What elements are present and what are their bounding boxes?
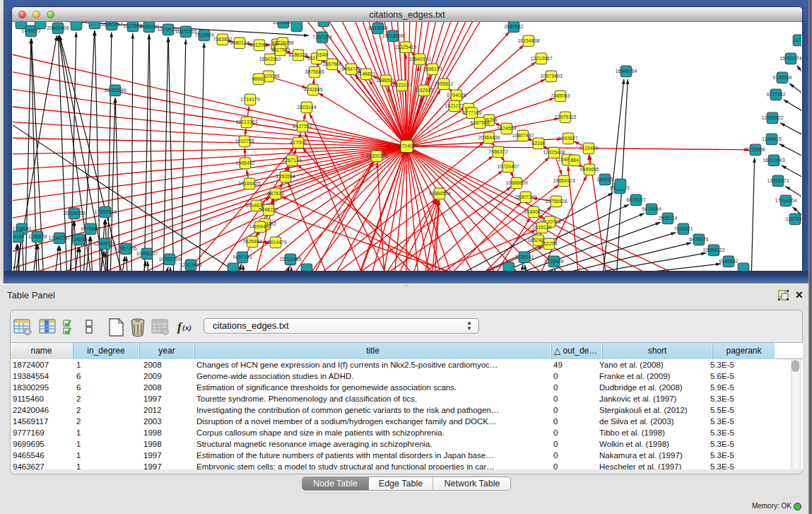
svg-text:12975115: 12975115 [555, 115, 577, 119]
svg-text:1621072: 1621072 [445, 103, 464, 108]
svg-text:19218506: 19218506 [382, 33, 404, 38]
svg-text:20053346: 20053346 [104, 88, 126, 93]
svg-text:12213967: 12213967 [530, 56, 552, 61]
svg-text:252254: 252254 [541, 241, 557, 246]
svg-text:16782759: 16782759 [158, 257, 180, 262]
svg-text:19166825: 19166825 [238, 181, 260, 186]
svg-text:8466160: 8466160 [139, 24, 158, 29]
svg-text:1714179: 1714179 [240, 97, 259, 102]
svg-text:1733426: 1733426 [544, 259, 563, 264]
svg-text:6879197: 6879197 [626, 197, 645, 202]
svg-text:6497568: 6497568 [470, 120, 489, 125]
svg-text:7625402: 7625402 [242, 239, 261, 244]
svg-text:10756928: 10756928 [545, 199, 567, 204]
svg-text:18300295: 18300295 [365, 153, 387, 158]
svg-text:8215958: 8215958 [746, 147, 765, 152]
svg-text:10671355: 10671355 [175, 29, 196, 34]
svg-text:7632621: 7632621 [673, 226, 693, 231]
svg-text:15640910: 15640910 [408, 57, 430, 62]
svg-text:8186328: 8186328 [288, 52, 307, 57]
svg-text:5498222: 5498222 [259, 207, 278, 212]
svg-text:12323446: 12323446 [180, 262, 201, 267]
svg-text:8454749: 8454749 [341, 66, 360, 71]
svg-text:17016504: 17016504 [775, 198, 796, 203]
svg-text:1696173: 1696173 [423, 66, 442, 71]
svg-text:9184067: 9184067 [524, 209, 543, 214]
svg-text:3267130: 3267130 [282, 158, 301, 163]
svg-text:7485063: 7485063 [551, 93, 570, 98]
svg-text:10025438: 10025438 [543, 150, 565, 155]
svg-text:417006: 417006 [290, 140, 306, 145]
svg-text:98961: 98961 [252, 76, 266, 81]
svg-text:9474444: 9474444 [642, 206, 661, 211]
svg-text:17957255: 17957255 [114, 246, 136, 251]
svg-text:18307249: 18307249 [514, 194, 536, 199]
svg-text:2803144: 2803144 [297, 105, 316, 110]
svg-text:12213363: 12213363 [235, 119, 257, 124]
svg-text:1244415: 1244415 [762, 136, 781, 141]
svg-text:20691406: 20691406 [47, 25, 69, 30]
svg-text:10807487: 10807487 [512, 133, 534, 138]
svg-text:10688609: 10688609 [505, 180, 527, 185]
svg-text:7955812: 7955812 [434, 81, 453, 86]
svg-text:20364436: 20364436 [478, 135, 500, 140]
svg-text:20206536: 20206536 [63, 211, 85, 216]
svg-text:1112: 1112 [794, 37, 801, 42]
svg-text:1588520: 1588520 [376, 78, 395, 83]
svg-text:7357224: 7357224 [312, 35, 331, 40]
svg-text:16648784: 16648784 [615, 69, 637, 74]
svg-text:8478676: 8478676 [689, 237, 708, 242]
svg-text:164095: 164095 [596, 177, 613, 182]
svg-text:9975867: 9975867 [81, 226, 100, 231]
svg-text:2935114: 2935114 [659, 216, 678, 221]
svg-text:8427552: 8427552 [293, 124, 312, 129]
svg-text:15720407: 15720407 [497, 164, 519, 169]
svg-text:10973493: 10973493 [540, 74, 562, 78]
svg-text:39154: 39154 [13, 234, 25, 239]
svg-text:884: 884 [570, 158, 579, 163]
svg-text:16154838: 16154838 [517, 38, 539, 43]
svg-text:9245652: 9245652 [719, 259, 738, 264]
svg-text:9327503: 9327503 [271, 47, 290, 52]
svg-text:114519: 114519 [71, 237, 88, 242]
svg-text:1353594: 1353594 [276, 174, 295, 179]
svg-text:1167533: 1167533 [786, 216, 801, 221]
svg-text:1010755: 1010755 [235, 139, 254, 144]
svg-text:2087682: 2087682 [504, 24, 523, 29]
svg-text:19384554: 19384554 [428, 191, 450, 196]
svg-text:3875685: 3875685 [305, 69, 324, 74]
svg-text:18724007: 18724007 [396, 144, 418, 148]
svg-text:8912954: 8912954 [249, 42, 269, 47]
svg-text:9146821: 9146821 [356, 71, 375, 76]
svg-text:12093822: 12093822 [761, 115, 783, 120]
svg-text:9457791: 9457791 [233, 255, 252, 259]
svg-text:1965492: 1965492 [235, 160, 254, 165]
svg-text:9699695: 9699695 [579, 167, 599, 172]
svg-text:62160: 62160 [531, 141, 546, 146]
svg-text:12505135: 12505135 [93, 241, 115, 246]
svg-text:7986372: 7986372 [488, 149, 507, 154]
svg-text:(x): (x) [182, 323, 192, 332]
svg-text:9227342: 9227342 [766, 92, 785, 97]
svg-text:19654923: 19654923 [553, 178, 575, 183]
svg-text:1136141: 1136141 [515, 255, 534, 259]
svg-text:10958107: 10958107 [136, 251, 158, 256]
svg-text:1162615: 1162615 [415, 88, 434, 93]
svg-text:16543362: 16543362 [259, 57, 281, 62]
svg-text:9115460: 9115460 [579, 146, 599, 151]
svg-text:2867608: 2867608 [322, 62, 341, 66]
svg-text:15716485: 15716485 [279, 257, 301, 262]
svg-text:6794028: 6794028 [447, 93, 466, 98]
svg-text:9777169: 9777169 [462, 110, 481, 115]
svg-text:887833: 887833 [267, 191, 283, 196]
svg-text:7515524: 7515524 [194, 33, 213, 37]
svg-text:13692971: 13692971 [767, 178, 789, 183]
svg-text:15751074: 15751074 [779, 56, 801, 61]
svg-text:9242845: 9242845 [303, 87, 322, 92]
svg-text:16210643: 16210643 [763, 158, 784, 163]
svg-text:11325419: 11325419 [395, 45, 417, 49]
svg-text:12342737: 12342737 [48, 235, 70, 240]
svg-text:1335061: 1335061 [13, 226, 32, 231]
svg-text:3824554: 3824554 [497, 126, 516, 131]
svg-text:10654122: 10654122 [702, 247, 724, 252]
